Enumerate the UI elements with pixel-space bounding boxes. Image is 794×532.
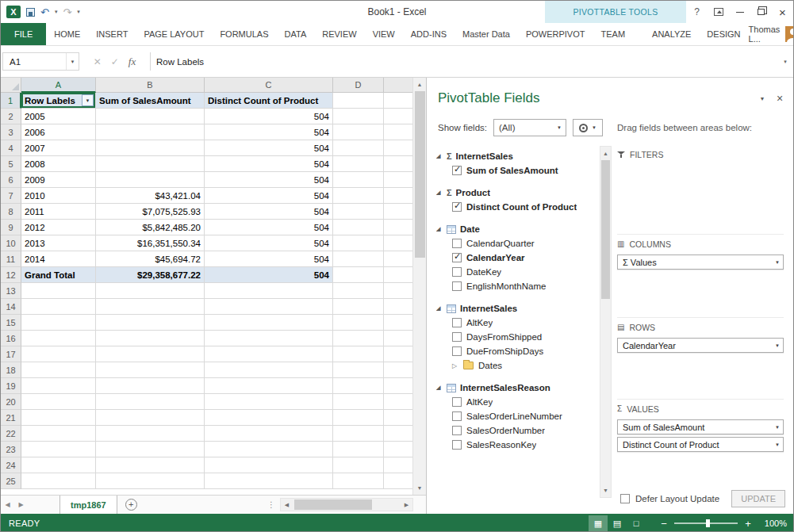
field-group-InternetSales[interactable]: ◢InternetSales: [436, 301, 598, 316]
column-header-B[interactable]: B: [96, 78, 205, 93]
cell-C11[interactable]: 504: [205, 251, 333, 267]
cell-A3[interactable]: 2006: [21, 124, 96, 140]
expand-icon[interactable]: ▷: [452, 362, 458, 369]
cell-A6[interactable]: 2009: [21, 172, 96, 188]
row-header-8[interactable]: 8: [1, 204, 21, 220]
zoom-in-icon[interactable]: +: [741, 518, 755, 530]
cell-A7[interactable]: 2010: [21, 188, 96, 204]
cell-C3[interactable]: 504: [205, 124, 333, 140]
cell-C2[interactable]: 504: [205, 109, 333, 124]
row-header-12[interactable]: 12: [1, 267, 21, 283]
undo-icon[interactable]: ↶: [40, 7, 49, 17]
field-item-Sum-of-SalesAmount[interactable]: Sum of SalesAmount: [436, 163, 598, 178]
row-header-13[interactable]: 13: [1, 283, 21, 299]
cell-empty[interactable]: [205, 299, 333, 315]
cell-empty[interactable]: [333, 442, 384, 457]
checkbox-checked[interactable]: [452, 166, 462, 175]
cell-empty[interactable]: [205, 473, 333, 489]
ribbon-tab-design[interactable]: DESIGN: [699, 23, 748, 45]
cell-empty[interactable]: [333, 362, 384, 378]
cell-empty[interactable]: [96, 442, 205, 457]
customize-toolbar-icon[interactable]: ▾: [77, 9, 80, 15]
cell-empty[interactable]: [384, 299, 412, 315]
row-header-20[interactable]: 20: [1, 394, 21, 410]
row-header-9[interactable]: 9: [1, 220, 21, 235]
area-field-Distinct-Count-of-Product[interactable]: Distinct Count of Product▼: [617, 437, 784, 452]
cell-empty[interactable]: [205, 331, 333, 346]
sheet-tab-tmp1867[interactable]: tmp1867: [59, 496, 117, 514]
checkbox-unchecked[interactable]: [452, 397, 462, 407]
row-header-24[interactable]: 24: [1, 457, 21, 473]
add-sheet-icon[interactable]: +: [125, 499, 137, 511]
ribbon-display-options-icon[interactable]: [708, 1, 729, 23]
field-group-Date[interactable]: ◢Date: [436, 222, 598, 236]
cell-C9[interactable]: 504: [205, 220, 333, 235]
cell-empty[interactable]: [205, 394, 333, 410]
cell-partial-11[interactable]: [384, 251, 412, 267]
tab-scroll-right-icon[interactable]: ▶: [14, 496, 28, 514]
cell-empty[interactable]: [205, 426, 333, 442]
row-header-4[interactable]: 4: [1, 140, 21, 156]
cell-A12[interactable]: Grand Total: [21, 267, 96, 283]
collapse-icon[interactable]: ◢: [436, 226, 443, 232]
cell-empty[interactable]: [21, 283, 96, 299]
horizontal-scrollbar[interactable]: ◀ ▶: [280, 498, 413, 511]
column-header-partial[interactable]: [384, 78, 412, 93]
cell-D12[interactable]: [333, 267, 384, 283]
ribbon-tab-analyze[interactable]: ANALYZE: [644, 23, 699, 45]
cell-partial-6[interactable]: [384, 172, 412, 188]
cell-D8[interactable]: [333, 204, 384, 220]
cancel-icon[interactable]: ✕: [94, 56, 102, 67]
ribbon-tab-powerpivot[interactable]: POWERPIVOT: [518, 23, 593, 45]
cell-empty[interactable]: [96, 410, 205, 426]
scroll-down-icon[interactable]: ▼: [413, 481, 426, 495]
enter-icon[interactable]: ✓: [111, 56, 119, 67]
cell-empty[interactable]: [333, 394, 384, 410]
save-icon[interactable]: [26, 8, 35, 17]
cell-C6[interactable]: 504: [205, 172, 333, 188]
cell-D3[interactable]: [333, 124, 384, 140]
collapse-icon[interactable]: ◢: [436, 153, 443, 159]
field-item-CalendarYear[interactable]: CalendarYear: [436, 251, 598, 265]
cell-B10[interactable]: $16,351,550.34: [96, 235, 205, 251]
user-account[interactable]: Thomas L...: [749, 23, 794, 45]
cell-A4[interactable]: 2007: [21, 140, 96, 156]
redo-icon[interactable]: ↷: [63, 7, 71, 17]
cell-empty[interactable]: [384, 426, 412, 442]
row-header-7[interactable]: 7: [1, 188, 21, 204]
cell-empty[interactable]: [21, 315, 96, 331]
cell-C12[interactable]: 504: [205, 267, 333, 283]
cell-empty[interactable]: [384, 410, 412, 426]
cell-empty[interactable]: [384, 442, 412, 457]
cell-D4[interactable]: [333, 140, 384, 156]
scroll-up-icon[interactable]: ▲: [600, 147, 611, 160]
update-button[interactable]: UPDATE: [731, 490, 785, 507]
cell-empty[interactable]: [21, 346, 96, 362]
cell-A11[interactable]: 2014: [21, 251, 96, 267]
excel-logo-icon[interactable]: X: [6, 6, 21, 18]
cell-empty[interactable]: [96, 346, 205, 362]
cell-D7[interactable]: [333, 188, 384, 204]
cell-A2[interactable]: 2005: [21, 109, 96, 124]
pane-options-icon[interactable]: ▼: [754, 90, 771, 106]
cell-empty[interactable]: [96, 299, 205, 315]
filter-dropdown-icon[interactable]: ▼: [82, 94, 94, 106]
row-header-25[interactable]: 25: [1, 473, 21, 489]
cell-empty[interactable]: [21, 457, 96, 473]
cell-A5[interactable]: 2008: [21, 156, 96, 172]
cell-empty[interactable]: [205, 346, 333, 362]
checkbox-unchecked[interactable]: [620, 494, 630, 503]
field-item-SalesOrderLineNumber[interactable]: SalesOrderLineNumber: [436, 409, 598, 423]
cell-partial-2[interactable]: [384, 109, 412, 124]
cell-C4[interactable]: 504: [205, 140, 333, 156]
cell-empty[interactable]: [205, 378, 333, 394]
collapse-icon[interactable]: ◢: [436, 305, 443, 312]
column-header-A[interactable]: A: [21, 78, 96, 93]
cell-B1[interactable]: Sum of SalesAmount: [96, 93, 205, 109]
row-header-3[interactable]: 3: [1, 124, 21, 140]
cell-empty[interactable]: [384, 315, 412, 331]
cell-empty[interactable]: [96, 457, 205, 473]
cell-empty[interactable]: [96, 473, 205, 489]
cell-partial-5[interactable]: [384, 156, 412, 172]
field-item-SalesOrderNumber[interactable]: SalesOrderNumber: [436, 423, 598, 438]
